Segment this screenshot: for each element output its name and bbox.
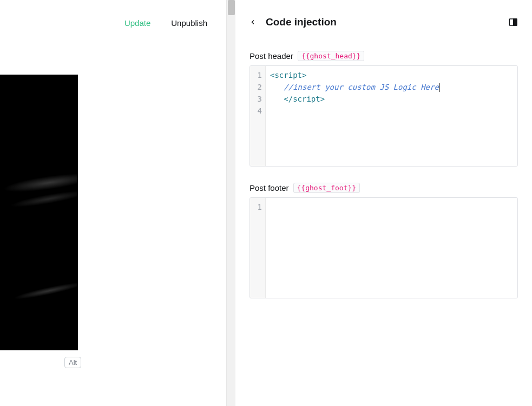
- ghost-foot-tag: {{ghost_foot}}: [293, 183, 360, 193]
- scrollbar-thumb[interactable]: [228, 0, 235, 15]
- footer-code-body[interactable]: [266, 198, 517, 298]
- svg-rect-1: [514, 19, 517, 25]
- post-footer-label: Post footer: [249, 183, 289, 192]
- top-actions: Update Unpublish: [124, 18, 207, 28]
- back-icon[interactable]: [249, 18, 256, 26]
- settings-panel: Code injection Post header {{ghost_head}…: [235, 0, 532, 406]
- feature-image-preview[interactable]: [0, 75, 78, 350]
- footer-gutter: 1: [250, 198, 266, 298]
- post-header-code-editor[interactable]: 1 2 3 4 <script> //insert your custom JS…: [249, 65, 518, 167]
- header-gutter: 1 2 3 4: [250, 66, 266, 166]
- header-code-body[interactable]: <script> //insert your custom JS Logic H…: [266, 66, 517, 166]
- code-comment: //insert your custom JS Logic Here: [284, 83, 439, 91]
- alt-text-button[interactable]: Alt: [64, 357, 81, 368]
- code-token: </script>: [284, 95, 325, 103]
- post-header-label: Post header: [249, 51, 293, 61]
- sidebar-toggle-icon[interactable]: [508, 17, 518, 27]
- unpublish-button[interactable]: Unpublish: [171, 18, 207, 28]
- post-header-label-row: Post header {{ghost_head}}: [249, 51, 518, 61]
- editor-main-area: Update Unpublish Alt: [0, 0, 226, 406]
- text-cursor: [439, 83, 440, 92]
- update-button[interactable]: Update: [124, 18, 150, 28]
- code-token: <script>: [270, 71, 306, 79]
- ghost-head-tag: {{ghost_head}}: [298, 51, 365, 61]
- panel-title: Code injection: [266, 16, 337, 28]
- post-footer-code-editor[interactable]: 1: [249, 197, 518, 298]
- panel-header: Code injection: [249, 0, 518, 28]
- post-footer-label-row: Post footer {{ghost_foot}}: [249, 183, 518, 193]
- vertical-scrollbar[interactable]: [226, 0, 235, 406]
